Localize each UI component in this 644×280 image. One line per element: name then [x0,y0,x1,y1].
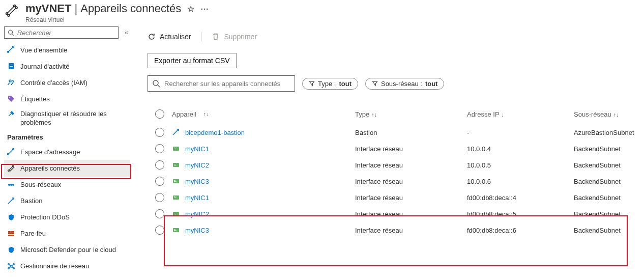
sort-icon: ↑↓ [613,111,619,118]
svg-point-29 [8,268,9,269]
svg-point-28 [13,264,14,265]
activity-log-icon [7,62,15,70]
device-subnet: BackendSubnet [574,178,640,185]
sidebar-item-activity-log[interactable]: Journal d'activité [4,58,130,74]
filter-type-value: tout [339,80,352,88]
row-select[interactable] [148,144,172,153]
sidebar-item-label: Contrôle d'accès (IAM) [20,79,87,87]
svg-point-11 [12,80,13,82]
row-select[interactable] [148,193,172,202]
sidebar-item-diagnose[interactable]: Diagnostiquer et résoudre les problèmes [4,107,130,130]
svg-point-6 [13,46,14,48]
more-actions-icon[interactable]: ⋯ [200,4,209,14]
iam-icon [7,78,15,87]
col-device[interactable]: Appareil [172,110,196,118]
device-link[interactable]: myNIC2 [185,161,209,169]
sidebar-item-firewall[interactable]: Pare-feu [4,226,130,242]
sidebar-item-label: Pare-feu [20,230,46,237]
bastion-icon [172,128,180,136]
svg-point-4 [9,30,13,34]
svg-rect-36 [174,164,175,164]
devices-table: Appareil↑↓ Type↑↓ Adresse IP↓ Sous-résea… [148,106,640,238]
sidebar-item-connected-devices[interactable]: Appareils connectés [4,160,130,177]
device-type: Interface réseau [355,178,467,185]
table-row: myNIC3 Interface réseau 10.0.0.6 Backend… [148,173,640,189]
select-all[interactable] [148,109,172,119]
refresh-icon [148,33,156,41]
row-select[interactable] [148,128,172,137]
sidebar-item-subnets[interactable]: Sous-réseaux [4,177,130,193]
filter-pill-type[interactable]: Type : tout [302,78,358,90]
favorite-star-icon[interactable]: ☆ [187,4,194,14]
device-link[interactable]: myNIC3 [185,178,209,185]
overview-icon [7,46,15,54]
sidebar-item-label: Espace d'adressage [20,148,80,156]
diagnose-icon [7,110,15,118]
col-type[interactable]: Type [355,110,369,118]
table-header-row: Appareil↑↓ Type↑↓ Adresse IP↓ Sous-résea… [148,106,640,122]
svg-rect-25 [12,233,12,234]
table-row: myNIC3 Interface réseau fd00:db8:deca::6… [148,222,640,238]
device-link[interactable]: myNIC1 [185,194,209,202]
sidebar-item-defender[interactable]: Microsoft Defender pour le cloud [4,242,130,258]
sidebar-item-label: Protection DDoS [20,213,70,221]
device-link[interactable]: myNIC3 [185,227,209,234]
sidebar-item-label: Étiquettes [20,95,50,103]
device-search[interactable] [148,75,295,92]
device-link[interactable]: bicepdemo1-bastion [185,129,245,136]
delete-button: Supprimer [212,33,257,41]
search-icon [152,79,160,88]
sidebar-item-iam[interactable]: Contrôle d'accès (IAM) [4,74,130,91]
table-row: myNIC1 Interface réseau 10.0.0.4 Backend… [148,141,640,157]
refresh-button[interactable]: Actualiser [148,33,191,41]
device-search-input[interactable] [164,80,290,88]
sort-icon: ↑↓ [371,111,377,118]
sidebar-item-label: Appareils connectés [20,164,80,172]
command-bar: Actualiser Supprimer [148,27,640,46]
device-subnet: BackendSubnet [574,161,640,169]
device-ip: 10.0.0.5 [467,161,574,169]
device-type: Interface réseau [355,210,467,218]
export-csv-button[interactable]: Exporter au format CSV [148,53,237,68]
svg-rect-46 [174,214,177,214]
device-subnet: BackendSubnet [574,145,640,153]
ddos-icon [7,213,15,221]
svg-rect-39 [174,180,175,181]
sidebar-search-input[interactable] [17,29,115,37]
sidebar-item-address-space[interactable]: Espace d'adressage [4,144,130,160]
row-select[interactable] [148,226,172,235]
sidebar-section-settings: Paramètres [4,130,130,144]
svg-point-27 [8,264,9,265]
device-type: Interface réseau [355,145,467,153]
row-select[interactable] [148,160,172,170]
page-title: Appareils connectés [80,2,181,15]
sort-icon: ↓ [502,111,505,118]
resource-type-subtitle: Réseau virtuel [25,16,209,23]
row-select[interactable] [148,209,172,218]
sidebar-item-ddos[interactable]: Protection DDoS [4,209,130,226]
device-ip: 10.0.0.6 [467,178,574,185]
sidebar-item-bastion[interactable]: Bastion [4,193,130,209]
filter-pill-subnet[interactable]: Sous-réseau : tout [365,78,444,90]
row-select[interactable] [148,177,172,186]
device-link[interactable]: myNIC1 [185,145,209,153]
sidebar-item-overview[interactable]: Vue d'ensemble [4,42,130,58]
device-link[interactable]: myNIC2 [185,210,209,218]
filter-subnet-value: tout [425,80,438,88]
col-ip[interactable]: Adresse IP [467,110,500,118]
svg-rect-45 [174,213,175,213]
divider [201,32,201,41]
sidebar-item-label: Gestionnaire de réseau [20,262,89,270]
subnets-icon [7,181,15,189]
nic-icon [172,145,180,153]
refresh-label: Actualiser [160,33,191,41]
col-subnet[interactable]: Sous-réseau [574,110,611,118]
nic-icon [172,226,180,234]
collapse-sidebar-icon[interactable]: « [123,27,130,38]
sidebar-item-label: Bastion [20,197,42,205]
sidebar-item-network-manager[interactable]: Gestionnaire de réseau [4,258,130,274]
network-manager-icon [7,262,15,270]
device-ip: 10.0.0.4 [467,145,574,153]
sidebar-item-tags[interactable]: Étiquettes [4,91,130,107]
sidebar-search[interactable] [4,26,119,39]
